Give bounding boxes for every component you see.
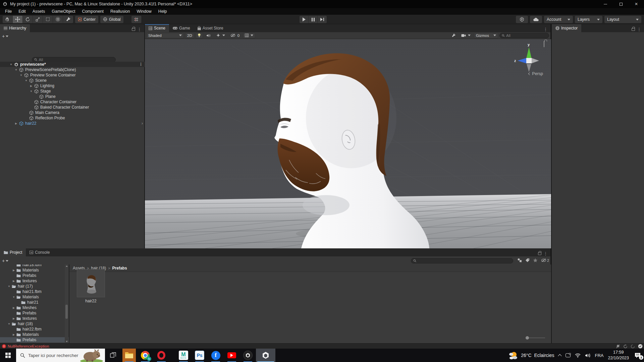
project-search[interactable] [411, 258, 513, 263]
menu-item[interactable]: Edit [15, 8, 29, 14]
foldout-arrow-icon[interactable]: ▼ [9, 63, 13, 66]
gizmo-lock-icon[interactable] [544, 41, 546, 47]
status-bar[interactable]: NullReferenceException [0, 343, 644, 349]
orientation-toggle-button[interactable]: Global [100, 16, 123, 23]
project-tree-scrollbar[interactable] [65, 264, 68, 343]
foldout-arrow-icon[interactable]: ▶ [14, 122, 18, 125]
favorites-star-icon[interactable] [533, 258, 538, 262]
kebab-menu-icon[interactable] [137, 27, 142, 32]
hierarchy-search-input[interactable] [39, 58, 113, 62]
foldout-arrow-icon[interactable]: ▶ [11, 333, 16, 336]
activity-spinner-icon[interactable] [631, 344, 635, 349]
hierarchy-item[interactable]: ▼ Preview Scene Container [0, 72, 145, 78]
folder-row[interactable]: ▶ textures [0, 278, 69, 284]
move-tool-icon[interactable] [13, 16, 23, 23]
taskbar-app-youtube[interactable] [224, 349, 240, 362]
row-extra-icon[interactable]: ⋮ [139, 62, 143, 67]
search-by-label-icon[interactable] [525, 258, 530, 262]
folder-row[interactable]: ▶ Materials [0, 267, 69, 273]
hierarchy-item[interactable]: ▼ Scene [0, 78, 145, 83]
hierarchy-item[interactable]: ▼ PreviewScenePrefab(Clone) [0, 67, 145, 72]
menu-item[interactable]: File [2, 8, 15, 14]
scene-tools-button[interactable] [449, 33, 458, 38]
hierarchy-item[interactable]: ▼ previwscene* ⋮ [0, 62, 145, 67]
foldout-arrow-icon[interactable]: ▼ [11, 296, 16, 299]
kebab-menu-icon[interactable] [543, 27, 548, 32]
scale-tool-icon[interactable] [33, 16, 43, 23]
folder-row[interactable]: ▼ hair (17) [0, 284, 69, 289]
pivot-toggle-button[interactable]: Center [75, 16, 98, 23]
folder-row[interactable]: hair21.fbm [0, 289, 69, 294]
foldout-arrow-icon[interactable]: ▼ [24, 79, 29, 82]
menu-item[interactable]: Component [79, 8, 107, 14]
tab-console[interactable]: Console [26, 248, 53, 256]
hand-tool-icon[interactable] [3, 16, 13, 23]
breadcrumb-current[interactable]: Prefabs [112, 266, 127, 270]
start-button[interactable] [0, 349, 16, 362]
scene-grid-dropdown[interactable] [243, 33, 255, 38]
folder-row[interactable]: ▼ Materials [0, 294, 69, 300]
layers-dropdown[interactable]: Layers [575, 16, 602, 23]
progress-complete-icon[interactable] [638, 344, 643, 349]
task-view-button[interactable] [105, 349, 121, 362]
folder-row[interactable]: Prefabs [0, 310, 69, 316]
grid-snap-icon[interactable] [131, 16, 142, 23]
hierarchy-item[interactable]: Character Container [0, 99, 145, 105]
notifications-muted-icon[interactable] [616, 344, 620, 349]
kebab-menu-icon[interactable] [637, 27, 641, 32]
tab-asset-store[interactable]: Asset Store [194, 24, 227, 32]
language-indicator[interactable]: FRA [595, 353, 603, 358]
rect-tool-icon[interactable] [43, 16, 53, 23]
foldout-arrow-icon[interactable]: ▶ [29, 84, 34, 87]
scene-lighting-toggle[interactable] [196, 33, 203, 38]
taskbar-search-input[interactable] [28, 353, 78, 358]
foldout-arrow-icon[interactable]: ▼ [14, 68, 18, 71]
taskbar-app-opera[interactable]: O [153, 349, 169, 362]
tab-scene[interactable]: Scene [145, 24, 169, 32]
taskbar-app-chrome[interactable]: h [137, 349, 153, 362]
taskbar-clock[interactable]: 17:59 22/10/2023 [608, 350, 629, 361]
taskbar-search[interactable] [16, 349, 105, 362]
tray-device-icon[interactable] [566, 353, 571, 357]
hierarchy-item[interactable]: ▶ hair22 › [0, 121, 145, 126]
menu-item[interactable]: Help [155, 8, 170, 14]
foldout-arrow-icon[interactable]: ▼ [29, 90, 34, 93]
tab-project[interactable]: Project [0, 248, 26, 256]
folder-row[interactable]: hair21 [0, 300, 69, 305]
taskbar-weather[interactable]: 26°C Eclaircies [508, 351, 554, 360]
lock-icon[interactable] [538, 252, 541, 255]
maximize-button[interactable] [613, 0, 629, 8]
folder-row[interactable]: ▶ Meshes [0, 305, 69, 310]
kebab-menu-icon[interactable] [543, 251, 548, 256]
tab-inspector[interactable]: Inspector [552, 24, 581, 32]
scene-visibility-toggle[interactable]: 0 [228, 33, 241, 38]
2d-toggle-button[interactable]: 2D [185, 33, 194, 38]
hierarchy-item[interactable]: ▶ Lighting [0, 83, 145, 88]
shading-mode-dropdown[interactable]: Shaded [146, 33, 184, 38]
menu-item[interactable]: GameObject [49, 8, 78, 14]
close-button[interactable]: ✕ [629, 0, 644, 8]
pause-button[interactable] [309, 16, 318, 23]
action-center-button[interactable]: 3 [633, 353, 642, 358]
taskbar-app-photoshop[interactable]: Ps [192, 349, 208, 362]
custom-tool-icon[interactable] [63, 16, 73, 23]
hierarchy-item[interactable]: Baked Character Container [0, 105, 145, 110]
hierarchy-item[interactable]: Reflection Probe [0, 115, 145, 121]
plastic-scm-button[interactable] [516, 16, 528, 23]
gizmos-dropdown[interactable]: Gizmos [474, 33, 498, 38]
error-message[interactable]: NullReferenceException [8, 344, 49, 348]
row-extra-icon[interactable]: › [142, 121, 143, 126]
rotate-tool-icon[interactable] [23, 16, 33, 23]
hierarchy-item[interactable]: ▼ Stage [0, 88, 145, 94]
add-gameobject-button[interactable]: + [0, 34, 10, 39]
cloud-button[interactable] [530, 16, 542, 23]
project-visibility-toggle[interactable]: 2 [541, 258, 549, 262]
folder-row[interactable]: hair18.fbm [0, 264, 69, 267]
menu-item[interactable]: Window [133, 8, 154, 14]
scrollbar-thumb[interactable] [65, 305, 68, 319]
folder-row[interactable]: ▶ textures [0, 316, 69, 321]
foldout-arrow-icon[interactable]: ▶ [11, 280, 16, 283]
folder-row[interactable]: hair22.fbm [0, 326, 69, 332]
projection-toggle[interactable]: Persp [529, 71, 543, 76]
taskbar-app-file-explorer[interactable] [121, 349, 137, 362]
